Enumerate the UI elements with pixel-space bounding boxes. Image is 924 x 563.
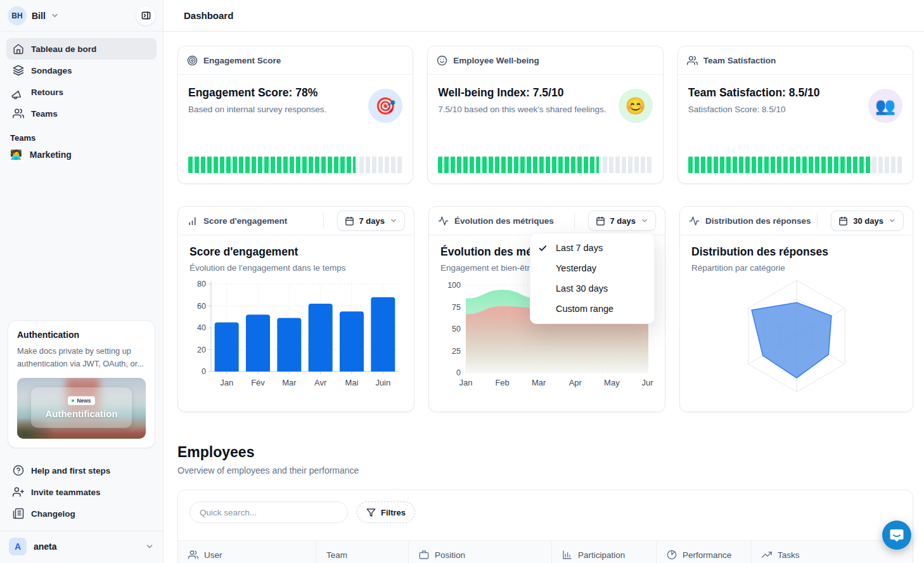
metrics-chart-card: Évolution des métriques 7 days Évolution… <box>428 206 665 412</box>
users-icon <box>188 550 198 560</box>
column-label: User <box>204 550 222 560</box>
range-label: 30 days <box>853 216 883 226</box>
engagement-score-card: Engagement Score Engagement Score: 78% B… <box>177 46 413 184</box>
promo-card-authentication[interactable]: Authentication Make docs private by sett… <box>8 320 155 448</box>
card-header-label: Team Satisfaction <box>703 56 776 65</box>
sidebar-item-retours[interactable]: Retours <box>6 81 157 103</box>
sidebar-item-label: Sondages <box>31 66 72 75</box>
stat-subtitle: Based on internal survey responses. <box>188 105 326 114</box>
sidebar-footer: Help and first steps Invite teammates Ch… <box>0 456 163 527</box>
topbar: Dashboard <box>164 0 924 32</box>
range-select-button[interactable]: 7 days <box>337 210 405 231</box>
employees-title: Employees <box>177 444 913 461</box>
filters-button[interactable]: Filtres <box>357 502 415 523</box>
promo-image-overlay: News Authentification <box>31 387 131 427</box>
search-input[interactable] <box>189 502 348 523</box>
engagement-chart-card: Score d'engagement 7 days Score d'engage… <box>177 206 414 412</box>
card-body: Team Satisfaction: 8.5/10 Satisfaction S… <box>678 75 913 183</box>
teams-section-label: Teams <box>0 124 163 145</box>
progress-bar <box>688 157 902 173</box>
filter-funnel-icon <box>366 508 376 517</box>
column-label: Team <box>326 550 347 560</box>
svg-text:Jun: Jun <box>642 378 653 387</box>
changelog-label: Changelog <box>31 509 75 519</box>
pie-chart-icon <box>667 550 677 560</box>
sidebar-collapse-button[interactable] <box>136 6 155 25</box>
chart-title: Score d'engagement <box>189 245 402 259</box>
panel-collapse-icon <box>141 11 151 20</box>
users-icon <box>13 108 24 119</box>
svg-text:20: 20 <box>197 346 206 354</box>
sidebar-item-tableau-de-bord[interactable]: Tableau de bord <box>6 38 157 60</box>
workspace-avatar: BH <box>8 6 27 25</box>
range-select-button[interactable]: 30 days <box>831 210 904 231</box>
menu-item-label: Custom range <box>556 304 613 314</box>
svg-text:Mar: Mar <box>532 378 546 387</box>
column-header-performance[interactable]: Performance <box>657 541 752 563</box>
svg-text:Avr: Avr <box>314 378 327 387</box>
menu-item-custom-range[interactable]: Custom range <box>530 299 654 319</box>
svg-text:50: 50 <box>452 325 461 333</box>
news-badge: News <box>68 396 94 405</box>
workspace-switcher[interactable]: BH Bill <box>0 0 163 32</box>
column-header-team[interactable]: Team <box>316 541 409 563</box>
card-body: Well-being Index: 7.5/10 7.5/10 based on… <box>428 75 662 183</box>
bar-chart-icon <box>187 216 198 226</box>
range-select-button[interactable]: 7 days <box>588 210 656 231</box>
chevron-down-icon <box>641 217 648 224</box>
column-header-position[interactable]: Position <box>409 541 552 563</box>
sidebar-item-teams[interactable]: Teams <box>6 103 157 124</box>
help-link[interactable]: Help and first steps <box>6 460 157 481</box>
menu-item-label: Last 7 days <box>556 243 603 253</box>
column-header-participation[interactable]: Participation <box>552 541 657 563</box>
svg-text:May: May <box>604 378 620 387</box>
stat-subtitle: Satisfaction Score: 8.5/10 <box>688 105 820 114</box>
card-header-label: Distribution des réponses <box>705 216 811 226</box>
svg-text:80: 80 <box>197 280 206 288</box>
column-header-user[interactable]: User <box>178 541 316 563</box>
menu-item-last-7-days[interactable]: Last 7 days <box>530 238 654 258</box>
target-icon <box>187 55 198 66</box>
card-header-label: Engagement Score <box>203 56 281 65</box>
menu-item-label: Last 30 days <box>556 283 608 294</box>
promo-title: Authentication <box>17 330 146 340</box>
promo-image-caption: Authentification <box>45 408 117 419</box>
svg-text:0: 0 <box>456 368 461 377</box>
chart-title: Distribution des réponses <box>691 245 901 259</box>
sidebar-item-sondages[interactable]: Sondages <box>6 60 157 81</box>
chevron-down-icon <box>145 542 154 551</box>
card-body: Engagement Score: 78% Based on internal … <box>178 75 413 183</box>
card-body: Distribution des réponses Répartition pa… <box>680 235 913 411</box>
sidebar-item-marketing[interactable]: 🧑‍💻 Marketing <box>0 145 163 164</box>
employees-subtitle: Overview of employees and their performa… <box>177 465 913 476</box>
sidebar-item-label: Tableau de bord <box>31 44 96 54</box>
sidebar-item-label: Retours <box>31 87 63 97</box>
progress-bar <box>438 157 652 173</box>
card-header: Team Satisfaction <box>678 46 913 75</box>
account-switcher[interactable]: A aneta <box>0 531 163 563</box>
layers-icon <box>13 65 24 76</box>
sidebar-item-label: Teams <box>31 109 58 119</box>
menu-item-yesterday[interactable]: Yesterday <box>530 258 654 278</box>
intercom-chat-button[interactable] <box>882 521 911 550</box>
radar-chart <box>691 268 901 406</box>
svg-text:Feb: Feb <box>495 378 509 387</box>
well-being-card: Employee Well-being Well-being Index: 7.… <box>427 46 663 184</box>
card-header: Score d'engagement 7 days <box>178 207 414 235</box>
dashboard-content: Engagement Score Engagement Score: 78% B… <box>164 32 924 563</box>
home-icon <box>13 43 24 55</box>
range-dropdown-menu: Last 7 days Yesterday Last 30 days Custo… <box>530 233 655 324</box>
card-header-label: Évolution des métriques <box>454 216 554 226</box>
employees-panel: Filtres User Team Position <box>177 489 913 563</box>
changelog-link[interactable]: Changelog <box>6 503 157 524</box>
check-icon <box>538 243 551 253</box>
chart-subtitle: Évolution de l'engagement dans le temps <box>189 263 402 273</box>
progress-bar <box>188 157 402 173</box>
invite-teammates-link[interactable]: Invite teammates <box>6 481 157 503</box>
card-header-label: Score d'engagement <box>203 216 287 226</box>
menu-item-last-30-days[interactable]: Last 30 days <box>530 278 654 299</box>
stat-subtitle: 7.5/10 based on this week's shared feeli… <box>438 105 606 114</box>
account-name: aneta <box>34 541 57 552</box>
svg-text:Jan: Jan <box>459 378 473 387</box>
help-link-label: Help and first steps <box>31 466 110 476</box>
